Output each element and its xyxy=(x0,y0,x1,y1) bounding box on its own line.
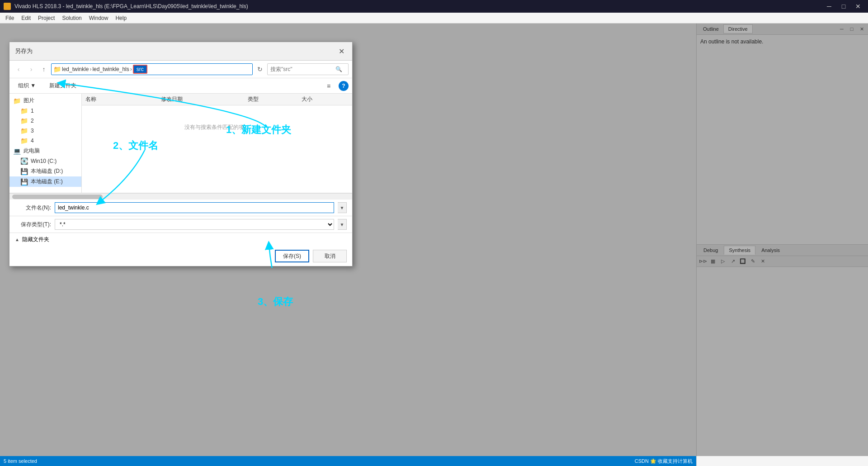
app-icon xyxy=(4,3,11,10)
menu-solution[interactable]: Solution xyxy=(58,14,85,22)
drive-icon-c: 💽 xyxy=(20,157,28,165)
nav-item-diske[interactable]: 💾 本地磁盘 (E:) xyxy=(9,176,81,187)
col-modified[interactable]: 修改日期 xyxy=(157,94,244,105)
nav-item-1[interactable]: 📁 1 xyxy=(9,106,81,116)
file-pane-scrollbar[interactable] xyxy=(9,193,352,200)
nav-item-label-thispc: 此电脑 xyxy=(24,147,40,155)
nav-item-label-diskd: 本地磁盘 (D:) xyxy=(31,167,63,175)
title-bar-left: Vivado HLS 2018.3 - led_twinkle_hls (E:\… xyxy=(4,3,248,10)
breadcrumb-src[interactable]: src xyxy=(133,65,147,74)
save-as-dialog: 另存为 ✕ ‹ › ↑ 📁 led_twinkle › led_twinkle_… xyxy=(9,42,353,266)
view-button[interactable]: ≡ xyxy=(322,81,335,91)
dialog-titlebar: 另存为 ✕ xyxy=(9,42,352,61)
nav-item-pictures[interactable]: 📁 图片 xyxy=(9,95,81,106)
nav-forward-button[interactable]: › xyxy=(26,64,37,75)
breadcrumb-led-twinkle-hls[interactable]: led_twinkle_hls xyxy=(92,66,129,72)
maximize-button[interactable]: □ xyxy=(837,1,850,11)
col-name[interactable]: 名称 xyxy=(82,94,136,105)
folder-icon-1: 📁 xyxy=(20,107,28,114)
menu-window[interactable]: Window xyxy=(85,14,112,22)
col-size[interactable]: 大小 xyxy=(298,94,352,105)
window-title: Vivado HLS 2018.3 - led_twinkle_hls (E:\… xyxy=(14,3,248,10)
dialog-toolbar: 组织 ▼ 新建文件夹 ≡ ? xyxy=(9,78,352,94)
nav-item-label-4: 4 xyxy=(31,138,34,144)
status-bar: 5 item selected CSDN 🌟 收藏支持计算机 xyxy=(0,456,696,466)
filetype-row: 保存类型(T): *.* ▼ xyxy=(9,216,352,233)
folder-icon-pictures: 📁 xyxy=(13,97,21,105)
status-right: CSDN 🌟 收藏支持计算机 xyxy=(635,458,693,465)
new-folder-button[interactable]: 新建文件夹 xyxy=(44,80,81,91)
breadcrumb-led-twinkle[interactable]: led_twinkle xyxy=(62,66,89,72)
nav-item-thispc[interactable]: 💻 此电脑 xyxy=(9,146,81,156)
breadcrumb-sep2: › xyxy=(130,66,132,72)
status-text: 5 item selected xyxy=(4,458,37,464)
nav-item-4[interactable]: 📁 4 xyxy=(9,136,81,146)
menu-project[interactable]: Project xyxy=(34,14,58,22)
breadcrumb-bar: 📁 led_twinkle › led_twinkle_hls › src xyxy=(51,63,253,75)
nav-pane: 📁 图片 📁 1 📁 2 📁 3 📁 4 xyxy=(9,94,82,193)
minimize-button[interactable]: ─ xyxy=(823,1,835,11)
filename-dropdown-button[interactable]: ▼ xyxy=(338,202,347,213)
filetype-select[interactable]: *.* xyxy=(55,219,334,230)
folder-icon-3: 📁 xyxy=(20,127,28,134)
filename-label: 文件名(N): xyxy=(15,204,51,212)
search-input[interactable] xyxy=(270,66,334,72)
drive-icon-d: 💾 xyxy=(20,168,28,175)
menu-bar: File Edit Project Solution Window Help xyxy=(0,13,868,24)
search-icon: 🔍 xyxy=(335,66,342,72)
nav-back-button[interactable]: ‹ xyxy=(13,64,24,75)
nav-item-label-1: 1 xyxy=(31,108,34,114)
help-button[interactable]: ? xyxy=(339,81,349,91)
filetype-dropdown-button[interactable]: ▼ xyxy=(338,219,347,230)
nav-item-2[interactable]: 📁 2 xyxy=(9,116,81,126)
title-bar: Vivado HLS 2018.3 - led_twinkle_hls (E:\… xyxy=(0,0,868,13)
window-controls: ─ □ ✕ xyxy=(823,1,864,11)
file-list-area: 📁 图片 📁 1 📁 2 📁 3 📁 4 xyxy=(9,94,352,193)
dialog-title: 另存为 xyxy=(15,47,33,55)
close-button[interactable]: ✕ xyxy=(852,1,864,11)
save-button[interactable]: 保存(S) xyxy=(275,250,309,262)
main-area: 5 item selected CSDN 🌟 收藏支持计算机 Outline D… xyxy=(0,24,868,466)
hidden-folder-label: 隐藏文件夹 xyxy=(22,236,49,243)
hidden-folder-row[interactable]: ▲ 隐藏文件夹 xyxy=(9,233,352,246)
nav-item-label-win10c: Win10 (C:) xyxy=(31,158,57,164)
nav-item-3[interactable]: 📁 3 xyxy=(9,126,81,136)
filetype-label: 保存类型(T): xyxy=(15,221,51,228)
nav-up-button[interactable]: ↑ xyxy=(38,64,49,75)
col-empty xyxy=(136,94,158,105)
folder-icon-2: 📁 xyxy=(20,117,28,124)
nav-item-diskd[interactable]: 💾 本地磁盘 (D:) xyxy=(9,166,81,176)
menu-help[interactable]: Help xyxy=(112,14,130,22)
filename-row: 文件名(N): ▼ xyxy=(9,200,352,216)
drive-icon-e: 💾 xyxy=(20,178,28,185)
address-refresh-button[interactable]: ↻ xyxy=(255,64,265,75)
dialog-buttons: 保存(S) 取消 xyxy=(9,246,352,266)
cancel-button[interactable]: 取消 xyxy=(313,250,347,262)
search-box: 🔍 xyxy=(267,63,349,75)
col-type[interactable]: 类型 xyxy=(244,94,298,105)
nav-item-label-3: 3 xyxy=(31,128,34,134)
file-pane: 名称 修改日期 类型 大小 没有与搜索条件匹配的项。 xyxy=(82,94,352,193)
nav-item-label-diske: 本地磁盘 (E:) xyxy=(31,178,63,185)
file-table: 名称 修改日期 类型 大小 xyxy=(82,94,352,105)
filename-input[interactable] xyxy=(55,202,334,213)
folder-icon-4: 📁 xyxy=(20,137,28,144)
pc-icon: 💻 xyxy=(13,147,21,155)
breadcrumb-folder-icon: 📁 xyxy=(53,66,61,73)
chevron-up-icon: ▲ xyxy=(15,237,19,242)
empty-message: 没有与搜索条件匹配的项。 xyxy=(82,105,352,149)
dialog-close-button[interactable]: ✕ xyxy=(336,46,347,57)
organize-button[interactable]: 组织 ▼ xyxy=(13,80,41,91)
menu-file[interactable]: File xyxy=(2,14,18,22)
nav-item-label-pictures: 图片 xyxy=(24,97,34,105)
scrollbar-thumb xyxy=(12,195,103,199)
breadcrumb-sep1: › xyxy=(90,66,91,72)
address-bar: ‹ › ↑ 📁 led_twinkle › led_twinkle_hls › … xyxy=(9,61,352,78)
menu-edit[interactable]: Edit xyxy=(18,14,34,22)
nav-item-label-2: 2 xyxy=(31,118,34,124)
nav-item-win10c[interactable]: 💽 Win10 (C:) xyxy=(9,156,81,166)
